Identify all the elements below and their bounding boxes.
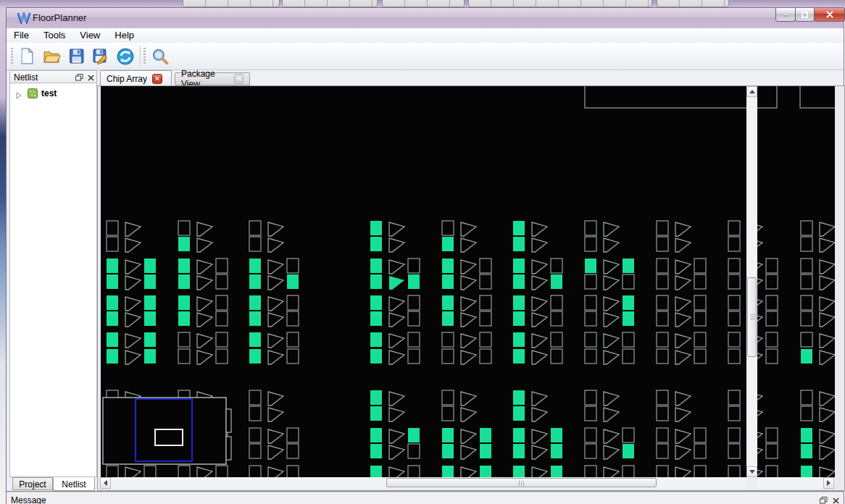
chip-cell-placed[interactable] (107, 259, 118, 273)
toolbar-grip[interactable] (11, 48, 13, 65)
chip-cell-placed[interactable] (442, 259, 454, 273)
chip-cell-placed[interactable] (107, 349, 118, 364)
tree-item-test[interactable]: test (10, 87, 96, 100)
menu-item-tools[interactable]: Tools (36, 28, 72, 42)
dock-tab-project[interactable]: Project (12, 477, 53, 490)
menu-item-help[interactable]: Help (107, 28, 141, 42)
chip-cell-placed[interactable] (370, 221, 382, 235)
chip-cell-placed[interactable] (480, 444, 491, 458)
scroll-left-button[interactable] (100, 477, 111, 489)
minimize-button[interactable]: – (775, 8, 796, 22)
tab-package-view[interactable]: Package View✕ (175, 72, 250, 85)
chip-cell-placed[interactable] (480, 428, 491, 442)
title-bar[interactable]: FloorPlanner – (7, 8, 844, 29)
chip-cell-placed[interactable] (370, 349, 382, 364)
tab-chip-array[interactable]: Chip Array✕ (100, 70, 172, 86)
chip-cell-placed[interactable] (249, 274, 261, 289)
chip-cell-placed[interactable] (408, 428, 420, 442)
chip-cell-placed[interactable] (513, 444, 525, 458)
chip-cell-placed[interactable] (370, 428, 382, 442)
chip-cell-placed[interactable] (442, 466, 454, 477)
chip-cell-placed[interactable] (178, 295, 190, 310)
chip-cell-placed[interactable] (623, 295, 634, 310)
chip-cell-placed[interactable] (442, 274, 454, 289)
maximize-button[interactable] (795, 8, 815, 22)
dock-float-button[interactable] (75, 73, 84, 82)
chip-array-canvas[interactable] (100, 86, 835, 477)
tab-close-icon[interactable]: ✕ (152, 74, 162, 84)
chip-cell-placed[interactable] (442, 444, 454, 458)
chip-cell-placed[interactable] (801, 428, 812, 442)
chip-cell-placed[interactable] (513, 466, 525, 477)
chip-cell-placed[interactable] (442, 311, 454, 326)
chip-cell-placed[interactable] (442, 295, 454, 310)
scroll-right-button[interactable] (823, 477, 834, 489)
chip-cell-placed[interactable] (107, 295, 118, 310)
menu-item-file[interactable]: File (7, 28, 36, 42)
chip-cell-placed[interactable] (107, 274, 118, 289)
dock-tab-netlist[interactable]: Netlist (53, 477, 95, 491)
chip-cell-placed[interactable] (249, 332, 261, 347)
chip-cell-placed[interactable] (370, 259, 382, 273)
chip-cell-placed[interactable] (107, 311, 118, 326)
chip-cell-placed[interactable] (551, 274, 562, 289)
chip-cell-placed[interactable] (370, 311, 382, 326)
chip-cell-placed[interactable] (144, 295, 156, 310)
netlist-dock-header[interactable]: Netlist (9, 70, 97, 83)
toolbar-grip[interactable] (143, 48, 146, 65)
chip-cell-placed[interactable] (551, 466, 562, 477)
zoom-button[interactable] (149, 45, 172, 67)
chip-cell-placed[interactable] (178, 274, 190, 289)
chip-cell-placed[interactable] (623, 259, 634, 273)
chip-cell-placed[interactable] (249, 349, 261, 364)
chip-cell-placed[interactable] (513, 428, 525, 442)
vertical-scroll-thumb[interactable] (747, 277, 757, 357)
chip-cell-placed[interactable] (144, 332, 156, 347)
chip-cell-placed[interactable] (144, 259, 156, 273)
chip-cell-placed[interactable] (585, 259, 596, 273)
chip-cell-placed[interactable] (513, 390, 525, 405)
chip-cell-placed[interactable] (249, 311, 261, 326)
chip-cell-placed[interactable] (623, 311, 634, 326)
chip-cell-placed[interactable] (370, 274, 382, 289)
tab-close-icon[interactable]: ✕ (234, 74, 243, 84)
dock-float-button[interactable] (819, 496, 828, 504)
chip-cell-placed[interactable] (287, 274, 299, 289)
chip-cell-placed[interactable] (551, 444, 562, 458)
chip-cell-placed[interactable] (513, 237, 525, 251)
chip-cell-placed[interactable] (513, 332, 525, 347)
chip-cell-placed[interactable] (480, 466, 491, 477)
dock-close-button[interactable] (831, 496, 841, 504)
horizontal-scroll-thumb[interactable] (386, 478, 657, 487)
chip-cell-placed[interactable] (513, 311, 525, 326)
dock-close-button[interactable] (86, 73, 96, 82)
chip-cell-placed[interactable] (249, 259, 261, 273)
scroll-up-button[interactable] (746, 86, 757, 97)
chip-cell-placed[interactable] (442, 428, 454, 442)
chip-cell-placed[interactable] (370, 237, 382, 251)
chip-cell-placed[interactable] (623, 444, 634, 458)
menu-item-view[interactable]: View (72, 28, 107, 42)
expand-arrow-icon[interactable] (16, 89, 22, 102)
chip-cell-placed[interactable] (513, 406, 525, 421)
chip-cell-placed[interactable] (107, 332, 118, 347)
chip-array-drawing[interactable] (101, 86, 835, 477)
chip-cell-placed[interactable] (144, 349, 156, 364)
refresh-button[interactable] (114, 45, 137, 67)
new-document-button[interactable] (15, 45, 38, 67)
chip-cell-placed[interactable] (513, 349, 525, 364)
vertical-scrollbar[interactable] (746, 86, 757, 477)
chip-cell-placed[interactable] (801, 444, 812, 458)
chip-cell-placed[interactable] (513, 221, 525, 235)
chip-cell-placed[interactable] (801, 349, 812, 364)
close-button[interactable] (814, 8, 845, 22)
chip-cell-placed[interactable] (144, 311, 156, 326)
scroll-down-button[interactable] (746, 466, 757, 477)
chip-cell-placed[interactable] (370, 444, 382, 458)
chip-cell-placed[interactable] (551, 428, 562, 442)
chip-cell-placed[interactable] (370, 406, 382, 421)
chip-cell-placed[interactable] (178, 311, 190, 326)
chip-cell-placed[interactable] (442, 237, 454, 251)
chip-cell-placed[interactable] (513, 274, 525, 289)
chip-cell-placed[interactable] (370, 466, 382, 477)
